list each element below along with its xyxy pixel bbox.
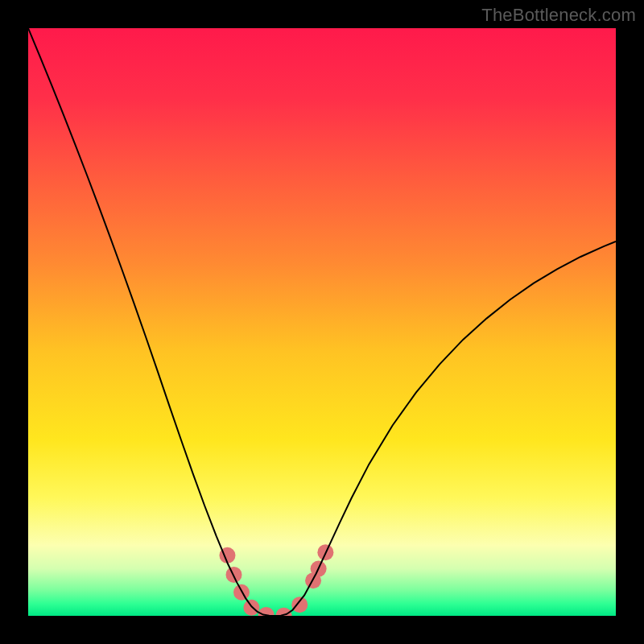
plot-area [28,28,616,616]
chart-marker [291,597,308,613]
chart-background [28,28,616,616]
watermark-text: TheBottleneck.com [481,5,636,26]
chart-svg [28,28,616,616]
chart-marker [243,600,259,616]
chart-frame: TheBottleneck.com [0,0,644,644]
